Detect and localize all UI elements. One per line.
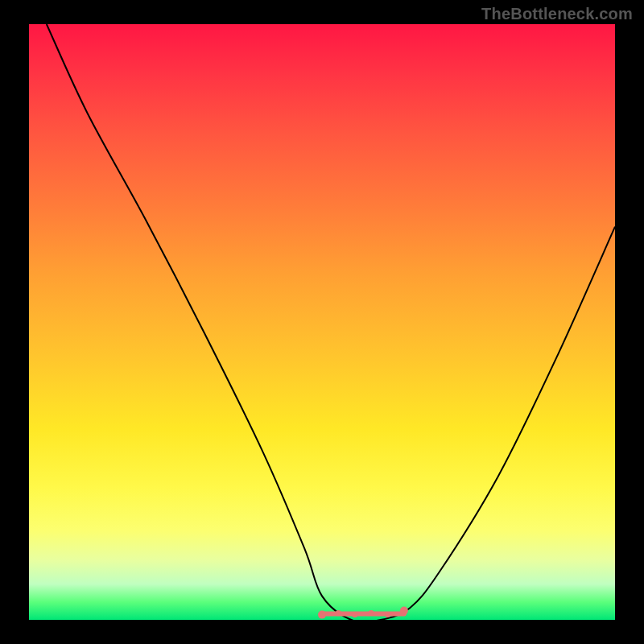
curve-line [47,24,615,620]
chart-frame: TheBottleneck.com [0,0,644,644]
bottleneck-curve [29,24,615,620]
plot-area [29,24,615,620]
watermark-text: TheBottleneck.com [481,5,633,23]
svg-point-6 [400,607,408,615]
svg-point-1 [318,611,326,619]
svg-point-4 [369,610,374,616]
svg-point-5 [385,612,390,617]
svg-point-3 [352,612,357,617]
svg-point-2 [336,610,341,616]
